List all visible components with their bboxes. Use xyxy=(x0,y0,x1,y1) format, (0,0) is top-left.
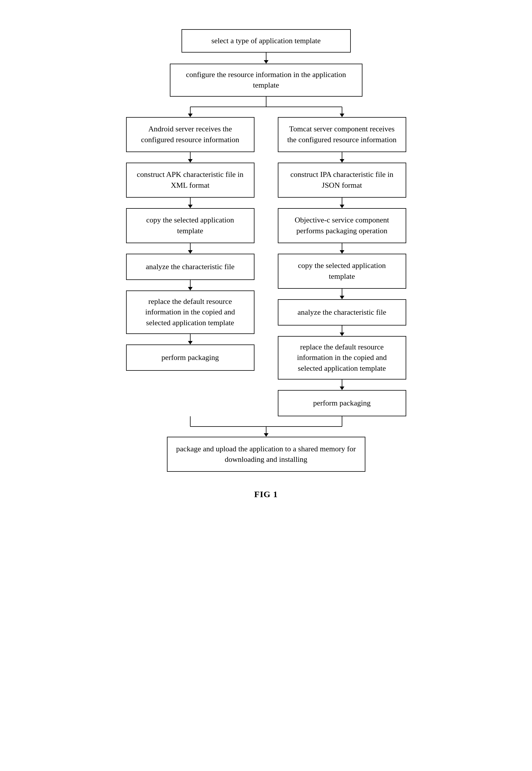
box-analyze-right: analyze the characteristic file xyxy=(278,299,406,325)
box-copy-left: copy the selected application template xyxy=(126,208,254,243)
construct-ipa-text: construct IPA characteristic file in JSO… xyxy=(285,169,399,191)
arrow-right-6 xyxy=(340,379,344,390)
page: select a type of application template co… xyxy=(0,0,532,771)
analyze-left-text: analyze the characteristic file xyxy=(146,261,235,272)
arrow-right-1 xyxy=(340,152,344,163)
construct-apk-text: construct APK characteristic file in XML… xyxy=(134,169,247,191)
arrow-left-3 xyxy=(188,243,193,254)
arrow-right-3 xyxy=(340,243,344,254)
split-svg xyxy=(123,97,409,117)
col-left: Android server receives the configured r… xyxy=(123,117,257,416)
select-template-text: select a type of application template xyxy=(211,36,321,46)
merge-svg xyxy=(123,416,409,437)
package-upload-text: package and upload the application to a … xyxy=(175,444,358,465)
replace-right-text: replace the default resource information… xyxy=(285,342,399,374)
arrow-left-5 xyxy=(188,334,193,344)
box-replace-left: replace the default resource information… xyxy=(126,290,254,334)
fig-label: FIG 1 xyxy=(254,489,278,499)
box-pkg-left: perform packaging xyxy=(126,344,254,371)
copy-right-text: copy the selected application template xyxy=(285,260,399,282)
box-objective-c: Objective-c service component performs p… xyxy=(278,208,406,243)
box-configure-resource: configure the resource information in th… xyxy=(170,64,362,97)
col-right: Tomcat server component receives the con… xyxy=(275,117,409,416)
split-section xyxy=(123,97,409,117)
copy-left-text: copy the selected application template xyxy=(134,215,247,236)
svg-marker-10 xyxy=(264,433,268,437)
merge-section xyxy=(123,416,409,437)
configure-resource-text: configure the resource information in th… xyxy=(177,69,355,91)
android-text: Android server receives the configured r… xyxy=(134,124,247,145)
arrow-left-4 xyxy=(188,280,193,290)
flowchart: select a type of application template co… xyxy=(76,29,456,499)
box-android: Android server receives the configured r… xyxy=(126,117,254,152)
arrow-left-1 xyxy=(188,152,193,163)
arrow-1 xyxy=(264,53,268,64)
box-construct-apk: construct APK characteristic file in XML… xyxy=(126,163,254,198)
box-analyze-left: analyze the characteristic file xyxy=(126,254,254,280)
arrow-left-2 xyxy=(188,198,193,208)
box-pkg-right: perform packaging xyxy=(278,390,406,416)
box-construct-ipa: construct IPA characteristic file in JSO… xyxy=(278,163,406,198)
pkg-right-text: perform packaging xyxy=(313,398,371,409)
analyze-right-text: analyze the characteristic file xyxy=(298,307,386,317)
pkg-left-text: perform packaging xyxy=(161,352,219,363)
tomcat-text: Tomcat server component receives the con… xyxy=(285,124,399,145)
box-select-template: select a type of application template xyxy=(182,29,351,53)
two-columns: Android server receives the configured r… xyxy=(123,117,409,416)
svg-marker-3 xyxy=(188,114,193,117)
objective-c-text: Objective-c service component performs p… xyxy=(285,215,399,236)
box-package-upload: package and upload the application to a … xyxy=(167,437,365,472)
replace-left-text: replace the default resource information… xyxy=(134,296,247,328)
box-tomcat: Tomcat server component receives the con… xyxy=(278,117,406,152)
arrow-right-4 xyxy=(340,289,344,299)
box-replace-right: replace the default resource information… xyxy=(278,336,406,379)
svg-marker-5 xyxy=(340,114,344,117)
arrow-right-5 xyxy=(340,325,344,336)
box-copy-right: copy the selected application template xyxy=(278,254,406,289)
arrow-right-2 xyxy=(340,198,344,208)
